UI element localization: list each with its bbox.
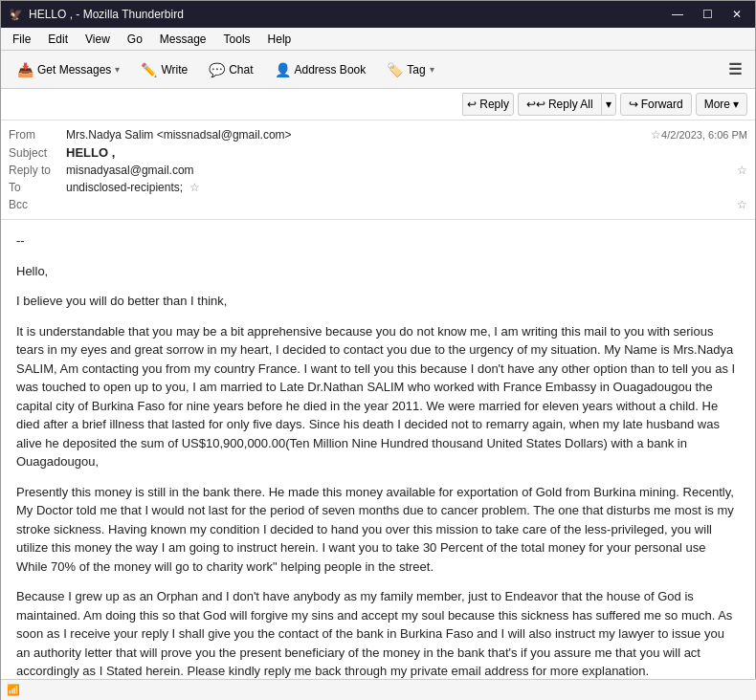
tag-icon: 🏷️ bbox=[387, 62, 403, 77]
write-icon: ✏️ bbox=[141, 62, 157, 77]
email-paragraph2: Presently this money is still in the ban… bbox=[16, 483, 740, 577]
from-label: From bbox=[9, 128, 66, 142]
reply-all-icon: ↩↩ bbox=[526, 98, 545, 111]
address-book-button[interactable]: 👤 Address Book bbox=[266, 57, 375, 82]
close-button[interactable]: ✕ bbox=[726, 6, 747, 23]
status-bar: 📶 bbox=[1, 679, 756, 700]
tag-label: Tag bbox=[407, 63, 425, 77]
email-paragraph1: It is understandable that you may be a b… bbox=[16, 322, 740, 471]
bcc-label: Bcc bbox=[9, 198, 66, 211]
subject-label: Subject bbox=[9, 146, 66, 160]
reply-to-label: Reply to bbox=[9, 164, 66, 177]
to-star-icon[interactable]: ☆ bbox=[189, 181, 200, 194]
email-body-container[interactable]: -- Hello, I believe you will do better t… bbox=[1, 220, 755, 700]
email-line1: I believe you will do better than I thin… bbox=[16, 292, 740, 311]
forward-icon: ↪ bbox=[629, 98, 638, 111]
reply-all-dropdown-button[interactable]: ▾ bbox=[601, 93, 616, 116]
get-messages-label: Get Messages bbox=[37, 63, 111, 77]
write-button[interactable]: ✏️ Write bbox=[132, 57, 196, 82]
chat-button[interactable]: 💬 Chat bbox=[200, 57, 261, 82]
get-messages-icon: 📥 bbox=[17, 62, 33, 77]
reply-all-button[interactable]: ↩↩ Reply All bbox=[518, 93, 601, 116]
from-star-icon[interactable]: ☆ bbox=[651, 128, 661, 142]
tag-dropdown-arrow[interactable]: ▾ bbox=[430, 64, 434, 75]
reply-button-group: ↩ Reply bbox=[462, 93, 514, 116]
email-opening: -- bbox=[16, 231, 740, 251]
to-row: To undisclosed-recipients; ☆ bbox=[9, 179, 747, 196]
menu-bar: File Edit View Go Message Tools Help bbox=[1, 28, 755, 51]
menu-edit[interactable]: Edit bbox=[40, 31, 76, 48]
hamburger-menu-button[interactable]: ☰ bbox=[723, 56, 747, 82]
minimize-button[interactable]: — bbox=[666, 6, 689, 23]
to-value: undisclosed-recipients; ☆ bbox=[66, 181, 747, 194]
reply-to-row: Reply to misnadyasal@gmail.com ☆ bbox=[9, 162, 747, 179]
more-label: More bbox=[704, 98, 730, 111]
maximize-button[interactable]: ☐ bbox=[697, 6, 719, 23]
reply-icon: ↩ bbox=[467, 98, 477, 111]
email-body: -- Hello, I believe you will do better t… bbox=[1, 220, 755, 700]
chat-label: Chat bbox=[229, 63, 253, 77]
email-metadata: From Mrs.Nadya Salim <missnadsal@gmail.c… bbox=[1, 120, 755, 219]
menu-file[interactable]: File bbox=[5, 31, 38, 48]
forward-button[interactable]: ↪ Forward bbox=[620, 93, 692, 116]
forward-label: Forward bbox=[641, 98, 683, 111]
title-bar-left: 🦅 HELLO , - Mozilla Thunderbird bbox=[9, 8, 184, 21]
address-book-label: Address Book bbox=[295, 63, 367, 77]
reply-all-label: Reply All bbox=[548, 98, 593, 111]
menu-go[interactable]: Go bbox=[120, 31, 150, 48]
more-button[interactable]: More ▾ bbox=[696, 93, 747, 116]
email-actions-bar: ↩ Reply ↩↩ Reply All ▾ ↪ Forward More ▾ bbox=[1, 89, 755, 120]
from-row: From Mrs.Nadya Salim <missnadsal@gmail.c… bbox=[9, 126, 747, 143]
email-greeting: Hello, bbox=[16, 262, 740, 281]
to-label: To bbox=[9, 181, 66, 194]
toolbar: 📥 Get Messages ▾ ✏️ Write 💬 Chat 👤 Addre… bbox=[1, 51, 755, 89]
from-value: Mrs.Nadya Salim <missnadsal@gmail.com> bbox=[66, 128, 647, 142]
address-book-icon: 👤 bbox=[275, 62, 291, 77]
app-icon: 🦅 bbox=[9, 8, 23, 21]
title-bar-controls[interactable]: — ☐ ✕ bbox=[666, 6, 747, 23]
window-title: HELLO , - Mozilla Thunderbird bbox=[29, 8, 184, 21]
bcc-star-icon[interactable]: ☆ bbox=[737, 198, 747, 211]
menu-message[interactable]: Message bbox=[152, 31, 214, 48]
more-dropdown-arrow: ▾ bbox=[733, 98, 739, 111]
subject-value: HELLO , bbox=[66, 145, 747, 160]
menu-help[interactable]: Help bbox=[260, 31, 300, 48]
chat-icon: 💬 bbox=[209, 62, 225, 77]
status-icon: 📶 bbox=[7, 684, 20, 696]
reply-all-button-group: ↩↩ Reply All ▾ bbox=[518, 93, 616, 116]
subject-row: Subject HELLO , bbox=[9, 143, 747, 162]
reply-to-star-icon[interactable]: ☆ bbox=[737, 164, 747, 177]
menu-view[interactable]: View bbox=[78, 31, 118, 48]
tag-button[interactable]: 🏷️ Tag ▾ bbox=[378, 57, 442, 82]
email-header: ↩ Reply ↩↩ Reply All ▾ ↪ Forward More ▾ … bbox=[1, 89, 755, 220]
bcc-row: Bcc ☆ bbox=[9, 196, 747, 213]
reply-to-value: misnadyasal@gmail.com bbox=[66, 164, 733, 177]
title-bar: 🦅 HELLO , - Mozilla Thunderbird — ☐ ✕ bbox=[1, 1, 755, 28]
menu-tools[interactable]: Tools bbox=[216, 31, 258, 48]
get-messages-dropdown-arrow[interactable]: ▾ bbox=[115, 64, 120, 75]
date-value: 4/2/2023, 6:06 PM bbox=[661, 129, 747, 141]
write-label: Write bbox=[161, 63, 188, 77]
reply-button[interactable]: ↩ Reply bbox=[462, 93, 514, 116]
get-messages-button[interactable]: 📥 Get Messages ▾ bbox=[9, 57, 128, 82]
reply-label: Reply bbox=[479, 98, 509, 111]
